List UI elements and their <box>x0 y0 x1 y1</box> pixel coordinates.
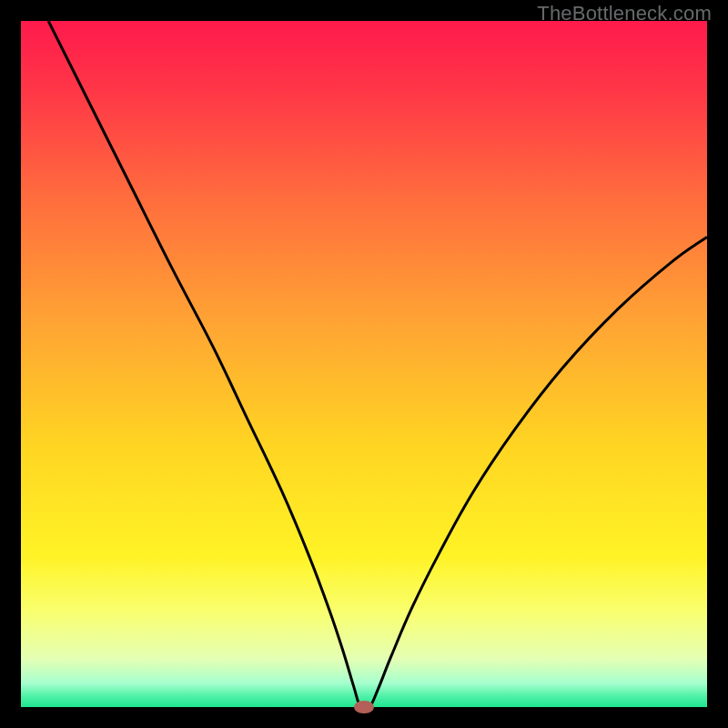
min-marker <box>354 701 373 713</box>
watermark-text: TheBottleneck.com <box>537 2 712 25</box>
gradient-rect <box>21 21 707 707</box>
chart-frame <box>21 21 707 707</box>
chart-svg <box>21 21 707 707</box>
